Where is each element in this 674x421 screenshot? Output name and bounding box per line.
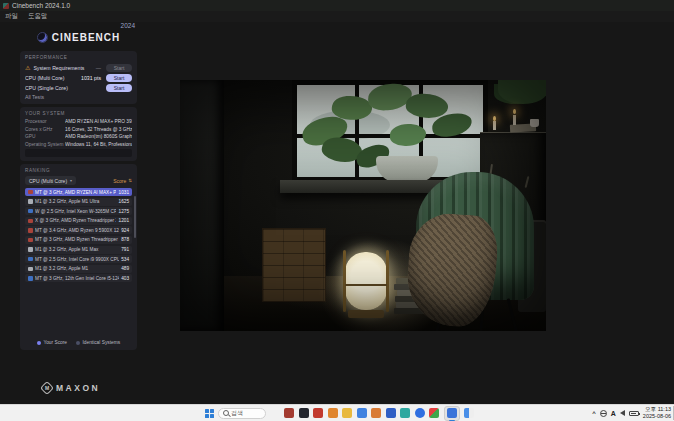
- cinebench-app-icon: [3, 3, 9, 9]
- mail-app-icon[interactable]: [386, 408, 396, 418]
- performance-header: PERFORMANCE: [25, 55, 132, 60]
- ranking-header: RANKING: [25, 168, 132, 173]
- your-system-header: YOUR SYSTEM: [25, 111, 132, 116]
- ranking-row-score: 489: [121, 266, 129, 271]
- ranking-row-name: MT @ 3 GHz, AMD RYZEN AI MAX+ PRO 39...: [35, 190, 116, 195]
- processor-row: Processor AMD RYZEN AI MAX+ PRO 395 w/ R…: [25, 119, 132, 124]
- red-app-icon[interactable]: [284, 408, 294, 418]
- ranking-row[interactable]: MT @ 3.4 GHz, AMD Ryzen 9 5900X 12-C... …: [25, 226, 132, 234]
- system-requirements-value: —: [96, 65, 101, 71]
- cpu-single-core-start-button[interactable]: Start: [106, 84, 132, 92]
- ranking-row[interactable]: M1 @ 3.2 GHz, Apple M1 489: [25, 265, 132, 273]
- start-button[interactable]: [205, 409, 214, 418]
- store-icon[interactable]: [429, 408, 439, 418]
- maxon-logo-text: MAXON: [56, 383, 100, 393]
- ranking-row[interactable]: MT @ 3 GHz, 12th Gen Intel Core i5-124..…: [25, 274, 132, 282]
- ranking-row-name: MT @ 3 GHz, AMD Ryzen Threadripper 19...: [35, 237, 119, 242]
- help-circle-icon[interactable]: [415, 408, 425, 418]
- ranking-row-your-score[interactable]: MT @ 3 GHz, AMD RYZEN AI MAX+ PRO 39... …: [25, 188, 132, 196]
- ranking-row[interactable]: MT @ 3 GHz, AMD Ryzen Threadripper 19...…: [25, 236, 132, 244]
- flag-app-icon[interactable]: [464, 408, 474, 418]
- menu-file[interactable]: 파일: [5, 12, 18, 21]
- network-globe-icon[interactable]: [600, 410, 607, 417]
- ranking-row[interactable]: X @ 3 GHz, AMD Ryzen Threadripper 299...…: [25, 217, 132, 225]
- ranking-row-score: 924: [121, 228, 129, 233]
- file-explorer-icon[interactable]: [342, 408, 352, 418]
- cpu-vendor-icon: [28, 190, 33, 195]
- all-tests-link[interactable]: All Tests: [25, 94, 132, 100]
- battery-icon[interactable]: [629, 411, 639, 416]
- ranking-panel: RANKING CPU (Multi Core) ▾ Score ⇅ MT @ …: [20, 164, 137, 350]
- sidebar: 2024 CINEBENCH PERFORMANCE ⚠ System Requ…: [20, 24, 137, 353]
- chevron-up-icon[interactable]: ^: [592, 410, 596, 416]
- taskbar-clock[interactable]: 오후 11:13 2025-08-06: [643, 406, 671, 419]
- ranking-row[interactable]: W @ 2.5 GHz, Intel Xeon W-3265M CPU 1275: [25, 207, 132, 215]
- legend-your-score: Your Score: [37, 340, 67, 345]
- ranking-row-score: 1031: [119, 190, 129, 195]
- search-icon: [223, 410, 229, 416]
- sort-arrows-icon: ⇅: [128, 178, 132, 183]
- ranking-row-name: M1 @ 3.2 GHz, Apple M1: [35, 266, 119, 271]
- ranking-row-name: MT @ 3 GHz, 12th Gen Intel Core i5-124..…: [35, 276, 119, 281]
- menu-help[interactable]: 도움말: [28, 12, 48, 21]
- taskbar-center-group: 검색: [205, 405, 474, 421]
- ranking-row[interactable]: M1 @ 3.2 GHz, Apple M1 Ultra 1625: [25, 198, 132, 206]
- system-extra-bar: [25, 149, 132, 157]
- system-requirements-row: ⚠ System Requirements — Start: [25, 63, 132, 73]
- ranking-row-score: 1201: [119, 218, 129, 223]
- legend-your-score-label: Your Score: [43, 340, 67, 345]
- chevron-down-icon: ▾: [70, 178, 72, 183]
- performance-panel: PERFORMANCE ⚠ System Requirements — Star…: [20, 51, 137, 104]
- ranking-scrollbar[interactable]: [134, 196, 136, 238]
- window-titlebar[interactable]: Cinebench 2024.1.0: [0, 0, 674, 11]
- legend-identical-systems: Identical Systems: [76, 340, 120, 345]
- os-row: Operating System Windows 11, 64 Bit, Pro…: [25, 142, 132, 147]
- system-tray: ^ A 오후 11:13 2025-08-06: [592, 405, 671, 421]
- brand-header: 2024 CINEBENCH: [20, 24, 137, 49]
- cpu-vendor-icon: [28, 276, 33, 281]
- teal-app-icon[interactable]: [400, 408, 410, 418]
- system-requirements-start-button[interactable]: Start: [106, 64, 132, 72]
- your-system-panel: YOUR SYSTEM Processor AMD RYZEN AI MAX+ …: [20, 107, 137, 161]
- chrome-icon[interactable]: [357, 408, 367, 418]
- cpu-multi-core-start-button[interactable]: Start: [106, 74, 132, 82]
- firefox-icon[interactable]: [371, 408, 381, 418]
- orange-app-icon[interactable]: [328, 408, 338, 418]
- gpu-label: GPU: [25, 134, 65, 139]
- ranking-row-score: 791: [121, 247, 129, 252]
- ranking-row-name: M1 @ 3.2 GHz, Apple M1 Ultra: [35, 199, 116, 204]
- search-box[interactable]: 검색: [218, 408, 266, 419]
- pinned-apps: [284, 406, 474, 421]
- os-value: Windows 11, 64 Bit, Professional Editio.…: [65, 142, 132, 147]
- dark-app-icon[interactable]: [299, 408, 309, 418]
- media-app-icon[interactable]: [313, 408, 323, 418]
- legend-identical-systems-label: Identical Systems: [82, 340, 120, 345]
- desktop-screen: Cinebench 2024.1.0 파일 도움말 2024 CINEBENCH…: [0, 0, 674, 421]
- clock-date: 2025-08-06: [643, 413, 671, 420]
- ranking-row-name: M1 @ 3.2 GHz, Apple M1 Max: [35, 247, 119, 252]
- os-label: Operating System: [25, 142, 65, 147]
- ranking-row[interactable]: M1 @ 3.2 GHz, Apple M1 Max 791: [25, 246, 132, 254]
- cinebench-taskbar-icon[interactable]: [447, 408, 457, 418]
- ranking-row[interactable]: MT @ 2.5 GHz, Intel Core i9 9900X CPU 53…: [25, 255, 132, 263]
- ranking-row-score: 403: [121, 276, 129, 281]
- brand-name: CINEBENCH: [52, 32, 120, 43]
- volume-icon[interactable]: [620, 410, 625, 416]
- ranking-row-score: 534: [121, 257, 129, 262]
- ranking-sort-control[interactable]: Score ⇅: [113, 178, 132, 184]
- active-app-indicator: [444, 406, 460, 421]
- cpu-vendor-icon: [28, 267, 33, 272]
- ranking-filter-label: CPU (Multi Core): [29, 178, 67, 184]
- ranking-legend: Your Score Identical Systems: [25, 340, 132, 346]
- cores-row: Cores x GHz 16 Cores, 32 Threads @ 3 GHz: [25, 127, 132, 132]
- ranking-controls: CPU (Multi Core) ▾ Score ⇅: [25, 176, 132, 185]
- korean-ime-indicator[interactable]: A: [611, 410, 616, 417]
- brand-year: 2024: [121, 22, 135, 29]
- ranking-filter-dropdown[interactable]: CPU (Multi Core) ▾: [25, 176, 76, 185]
- cpu-single-core-label: CPU (Single Core): [25, 85, 103, 91]
- cpu-single-core-row: CPU (Single Core) Start: [25, 83, 132, 93]
- maxon-logo-icon: M: [40, 381, 54, 395]
- warning-icon: ⚠: [25, 65, 30, 71]
- gpu-value: AMD Radeon(tm) 8060S Graphics: [65, 134, 132, 139]
- search-label: 검색: [231, 409, 243, 418]
